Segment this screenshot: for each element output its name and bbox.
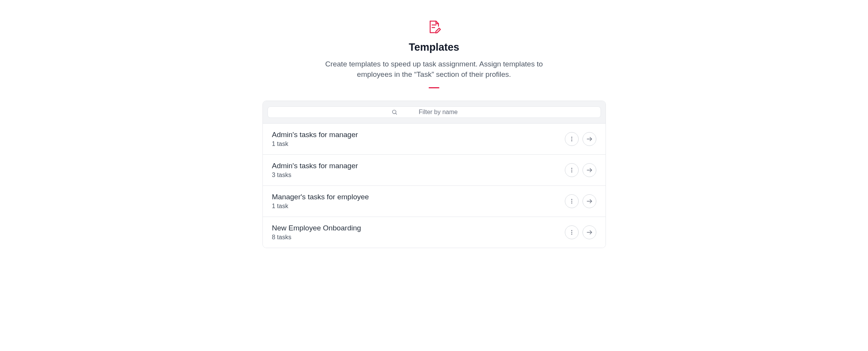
- svg-point-18: [571, 233, 572, 235]
- svg-point-6: [571, 140, 572, 141]
- template-task-count: 8 tasks: [272, 234, 361, 241]
- template-row[interactable]: Admin's tasks for manager3 tasks: [263, 155, 606, 186]
- template-task-count: 1 task: [272, 203, 369, 210]
- svg-point-17: [571, 232, 572, 233]
- more-options-button[interactable]: [565, 225, 579, 239]
- svg-point-16: [571, 230, 572, 231]
- open-template-button[interactable]: [583, 132, 596, 146]
- more-vertical-icon: [569, 167, 575, 173]
- svg-point-12: [571, 199, 572, 200]
- template-row-text: New Employee Onboarding8 tasks: [272, 224, 361, 241]
- arrow-right-icon: [586, 229, 593, 236]
- filter-input-wrap[interactable]: [267, 106, 601, 118]
- template-list: Admin's tasks for manager1 taskAdmin's t…: [263, 124, 606, 248]
- svg-point-10: [571, 171, 572, 172]
- filter-input[interactable]: [400, 109, 477, 116]
- page-header: Templates Create templates to speed up t…: [0, 19, 868, 88]
- row-actions: [565, 163, 596, 177]
- template-row-text: Admin's tasks for manager1 task: [272, 131, 358, 147]
- template-name: New Employee Onboarding: [272, 224, 361, 232]
- arrow-right-icon: [586, 198, 593, 205]
- template-row-text: Manager's tasks for employee1 task: [272, 193, 369, 210]
- arrow-right-icon: [586, 136, 593, 142]
- more-vertical-icon: [569, 136, 575, 142]
- svg-point-5: [571, 139, 572, 140]
- svg-point-13: [571, 201, 572, 202]
- more-options-button[interactable]: [565, 132, 579, 146]
- svg-point-2: [393, 110, 396, 114]
- row-actions: [565, 194, 596, 208]
- row-actions: [565, 225, 596, 239]
- template-row[interactable]: Manager's tasks for employee1 task: [263, 186, 606, 217]
- templates-panel: Admin's tasks for manager1 taskAdmin's t…: [262, 101, 606, 248]
- template-task-count: 1 task: [272, 141, 358, 147]
- open-template-button[interactable]: [583, 194, 596, 208]
- svg-point-8: [571, 168, 572, 169]
- svg-point-4: [571, 137, 572, 138]
- more-vertical-icon: [569, 229, 575, 235]
- page-title: Templates: [409, 41, 459, 53]
- more-options-button[interactable]: [565, 163, 579, 177]
- page-description: Create templates to speed up task assign…: [311, 59, 557, 79]
- document-edit-icon: [426, 19, 442, 35]
- template-name: Admin's tasks for manager: [272, 131, 358, 139]
- template-name: Admin's tasks for manager: [272, 162, 358, 170]
- svg-point-9: [571, 170, 572, 171]
- svg-point-14: [571, 202, 572, 204]
- template-row[interactable]: New Employee Onboarding8 tasks: [263, 217, 606, 248]
- template-row-text: Admin's tasks for manager3 tasks: [272, 162, 358, 179]
- open-template-button[interactable]: [583, 163, 596, 177]
- template-row[interactable]: Admin's tasks for manager1 task: [263, 124, 606, 155]
- template-name: Manager's tasks for employee: [272, 193, 369, 201]
- template-task-count: 3 tasks: [272, 172, 358, 179]
- row-actions: [565, 132, 596, 146]
- search-icon: [391, 109, 398, 115]
- arrow-right-icon: [586, 167, 593, 174]
- more-vertical-icon: [569, 198, 575, 204]
- open-template-button[interactable]: [583, 225, 596, 239]
- more-options-button[interactable]: [565, 194, 579, 208]
- svg-line-3: [396, 113, 397, 114]
- filter-bar: [263, 101, 606, 124]
- header-divider: [429, 87, 439, 88]
